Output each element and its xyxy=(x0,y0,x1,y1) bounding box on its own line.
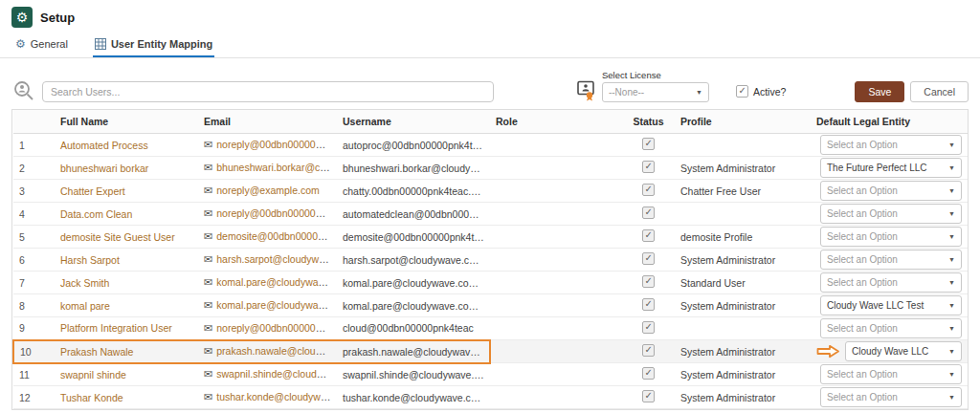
user-email-link[interactable]: komal.pare@cloudywave.com xyxy=(216,299,337,311)
entity-cell: Select an Option▼ xyxy=(811,226,968,249)
profile-cell: Standard User xyxy=(675,272,811,294)
chevron-down-icon: ▼ xyxy=(948,348,955,355)
legal-entity-select[interactable]: Select an Option▼ xyxy=(820,181,962,201)
user-email-link[interactable]: prakash.nawale@cloudywave.com xyxy=(216,345,337,357)
col-header-username: Username xyxy=(337,110,490,134)
legal-entity-select[interactable]: The Future Perfect LLC▼ xyxy=(820,158,962,178)
chevron-down-icon: ▼ xyxy=(948,210,955,217)
chevron-down-icon: ▼ xyxy=(948,371,955,378)
user-name-link[interactable]: Jack Smith xyxy=(60,277,109,289)
user-email-link[interactable]: bhuneshwari.borkar@cloudywave.com xyxy=(216,162,337,173)
profile-cell: System Administrator xyxy=(675,294,811,317)
col-header-email: Email xyxy=(198,110,337,134)
tab-label: General xyxy=(31,38,68,50)
profile-cell: Chatter Free User xyxy=(675,180,811,203)
row-number: 1 xyxy=(13,134,55,157)
legal-entity-select[interactable]: Select an Option▼ xyxy=(820,204,962,224)
tab-general[interactable]: ⚙ General xyxy=(13,33,70,57)
user-email-link[interactable]: swapnil.shinde@cloudywave.com xyxy=(216,368,337,380)
license-label: Select License xyxy=(602,70,709,80)
active-checkbox[interactable] xyxy=(736,85,748,98)
email-icon: ✉ xyxy=(204,253,212,265)
col-header-role: Role xyxy=(490,110,622,134)
status-checkbox xyxy=(642,184,655,196)
legal-entity-value: Select an Option xyxy=(827,369,898,380)
tab-user-entity-mapping[interactable]: User Entity Mapping xyxy=(93,33,214,57)
legal-entity-select[interactable]: Select an Option▼ xyxy=(820,318,962,338)
table-row: 7Jack Smith✉komal.pare@cloudywave.comkom… xyxy=(13,272,968,294)
col-header-default-legal-entity: Default Legal Entity xyxy=(811,110,968,134)
email-cell: ✉noreply@00dbn00000pnk4teac xyxy=(198,203,337,226)
legal-entity-select[interactable]: Select an Option▼ xyxy=(820,387,962,407)
table-row: 11swapnil shinde✉swapnil.shinde@cloudywa… xyxy=(13,363,968,386)
save-button[interactable]: Save xyxy=(855,81,904,102)
tab-bar: ⚙ General User Entity Mapping xyxy=(0,32,980,58)
status-cell xyxy=(622,386,675,409)
user-name-link[interactable]: Prakash Nawale xyxy=(60,346,133,358)
full-name-cell: demosite Site Guest User xyxy=(55,226,198,249)
full-name-cell: komal pare xyxy=(55,294,198,317)
table-row: 5demosite Site Guest User✉demosite@00dbn… xyxy=(13,226,968,249)
email-icon: ✉ xyxy=(204,230,212,242)
entity-cell: Select an Option▼ xyxy=(811,317,968,340)
user-email-link[interactable]: komal.pare@cloudywave.com xyxy=(216,276,337,288)
legal-entity-value: Select an Option xyxy=(827,277,898,288)
active-filter: Active? xyxy=(736,85,786,98)
status-cell xyxy=(622,363,675,386)
email-cell: ✉komal.pare@cloudywave.com xyxy=(198,272,337,294)
row-number: 5 xyxy=(13,226,55,249)
legal-entity-select[interactable]: Cloudy Wave LLC▼ xyxy=(845,341,962,361)
user-name-link[interactable]: Platform Integration User xyxy=(60,322,172,334)
legal-entity-select[interactable]: Select an Option▼ xyxy=(820,135,962,155)
role-cell xyxy=(490,226,622,249)
legal-entity-select[interactable]: Select an Option▼ xyxy=(820,272,962,293)
user-email-link[interactable]: harsh.sarpot@cloudywave.com xyxy=(216,253,337,265)
email-icon: ✉ xyxy=(204,276,212,288)
email-cell: ✉noreply@example.com xyxy=(198,180,337,203)
user-name-link[interactable]: bhuneshwari borkar xyxy=(60,163,148,174)
cancel-button[interactable]: Cancel xyxy=(910,81,969,102)
user-name-link[interactable]: Tushar Konde xyxy=(60,392,123,403)
user-name-link[interactable]: Harsh Sarpot xyxy=(60,254,120,266)
chevron-down-icon: ▼ xyxy=(948,256,955,263)
user-email-link[interactable]: noreply@00dbn00000pnk4teac xyxy=(216,322,337,334)
legal-entity-select[interactable]: Select an Option▼ xyxy=(820,364,962,384)
chevron-down-icon: ▼ xyxy=(948,325,955,332)
row-number: 11 xyxy=(13,363,55,386)
license-select[interactable]: --None-- ▼ xyxy=(602,82,709,102)
search-icon xyxy=(11,79,36,102)
username-cell: swapnil.shinde@cloudywave.com.llcdemoorg xyxy=(337,363,490,386)
email-icon: ✉ xyxy=(204,185,212,196)
search-input[interactable] xyxy=(42,81,494,102)
col-header-status: Status xyxy=(622,110,675,134)
user-email-link[interactable]: noreply@example.com xyxy=(216,185,320,196)
table-row: 8komal pare✉komal.pare@cloudywave.comkom… xyxy=(13,294,968,317)
email-icon: ✉ xyxy=(204,299,212,311)
user-name-link[interactable]: swapnil shinde xyxy=(60,369,126,380)
user-email-link[interactable]: demosite@00dbn00000pnk4teac.org.fo... xyxy=(216,230,337,242)
email-cell: ✉demosite@00dbn00000pnk4teac.org.fo... xyxy=(198,226,337,249)
username-cell: harsh.sarpot@cloudywave.com.llcdemoorg xyxy=(337,249,490,272)
user-email-link[interactable]: noreply@00dbn00000pnk4teac xyxy=(216,207,337,219)
email-cell: ✉noreply@00dbn00000pnk4teac xyxy=(198,317,337,340)
status-checkbox xyxy=(642,367,655,380)
user-name-link[interactable]: Automated Process xyxy=(60,140,148,151)
user-email-link[interactable]: noreply@00dbn00000pnk4teac xyxy=(216,139,337,150)
entity-cell: Select an Option▼ xyxy=(811,386,968,409)
chevron-down-icon: ▼ xyxy=(948,302,955,309)
legal-entity-select[interactable]: Select an Option▼ xyxy=(820,250,962,270)
user-name-link[interactable]: demosite Site Guest User xyxy=(60,231,175,243)
row-number: 3 xyxy=(13,180,55,203)
legal-entity-select[interactable]: Select an Option▼ xyxy=(820,227,962,247)
full-name-cell: Prakash Nawale xyxy=(55,340,198,363)
legal-entity-select[interactable]: Cloudy Wave LLC Test▼ xyxy=(820,295,962,315)
user-name-link[interactable]: komal pare xyxy=(60,300,110,312)
user-email-link[interactable]: tushar.konde@cloudywave.com xyxy=(216,391,337,402)
table-header-row: Full Name Email Username Role Status Pro… xyxy=(13,110,968,134)
user-name-link[interactable]: Chatter Expert xyxy=(60,185,125,197)
user-name-link[interactable]: Data.com Clean xyxy=(60,208,132,220)
role-cell xyxy=(490,180,622,203)
email-cell: ✉bhuneshwari.borkar@cloudywave.com xyxy=(198,157,337,180)
page-title: Setup xyxy=(40,11,75,25)
email-cell: ✉komal.pare@cloudywave.com xyxy=(198,294,337,317)
